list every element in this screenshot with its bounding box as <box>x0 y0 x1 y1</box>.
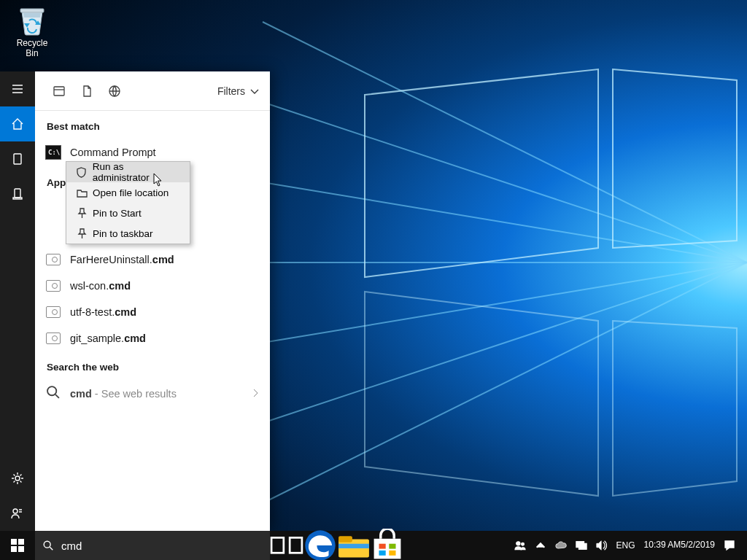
filters-label: Filters <box>217 85 245 97</box>
tray-onedrive-icon[interactable] <box>551 531 571 560</box>
gear-file-icon <box>45 304 61 320</box>
svg-point-5 <box>13 509 18 513</box>
tray-clock[interactable]: 10:39 AM 5/2/2019 <box>640 531 719 560</box>
svg-rect-18 <box>338 536 352 542</box>
tray-action-center-icon[interactable] <box>719 531 740 560</box>
svg-rect-0 <box>20 9 44 12</box>
tray-people-icon[interactable] <box>510 531 530 560</box>
cm-pin-to-taskbar[interactable]: Pin to taskbar <box>66 223 190 244</box>
svg-rect-9 <box>11 539 17 545</box>
cursor-icon <box>153 173 163 190</box>
rail-documents-button[interactable] <box>0 176 35 211</box>
recycle-bin-icon <box>17 4 47 36</box>
svg-rect-12 <box>18 546 24 552</box>
search-scope-row: Filters <box>35 71 270 111</box>
result-web-cmd[interactable]: cmd - See web results <box>35 378 270 409</box>
folder-icon <box>74 187 90 198</box>
svg-rect-15 <box>290 538 302 553</box>
search-icon <box>42 540 54 551</box>
gear-file-icon <box>45 330 61 346</box>
tray-date: 5/2/2019 <box>681 540 715 551</box>
cmd-icon: C:\ <box>45 144 61 160</box>
rail-expand-button[interactable] <box>0 71 35 106</box>
recycle-bin[interactable]: Recycle Bin <box>10 4 54 58</box>
context-menu: Run as administrator Open file location … <box>66 161 190 244</box>
svg-rect-23 <box>379 551 386 556</box>
system-tray: ENG 10:39 AM 5/2/2019 <box>510 531 747 560</box>
gear-file-icon <box>45 252 61 268</box>
svg-point-13 <box>44 541 50 548</box>
taskbar-app-edge[interactable] <box>303 531 337 560</box>
result-app-gitsample[interactable]: git_sample.cmd <box>35 325 270 351</box>
filters-button[interactable]: Filters <box>217 85 260 97</box>
result-label: Command Prompt <box>70 147 156 158</box>
taskbar-app-store[interactable] <box>371 531 404 560</box>
tray-volume-icon[interactable] <box>592 531 612 560</box>
svg-rect-2 <box>15 189 20 198</box>
result-app-wslcon[interactable]: wsl-con.cmd <box>35 273 270 299</box>
scope-apps-button[interactable] <box>45 77 73 106</box>
search-icon <box>45 384 61 403</box>
recycle-bin-label: Recycle Bin <box>17 38 48 58</box>
shield-icon <box>74 167 90 178</box>
cm-run-as-admin[interactable]: Run as administrator <box>66 162 190 182</box>
search-rail <box>0 71 35 531</box>
svg-point-4 <box>15 476 20 481</box>
scope-web-button[interactable] <box>101 77 128 106</box>
svg-rect-19 <box>338 544 369 548</box>
svg-rect-10 <box>18 539 24 545</box>
svg-rect-6 <box>54 87 64 96</box>
chevron-right-icon <box>251 387 260 400</box>
result-app-farhere[interactable]: FarHereUninstall.cmd <box>35 246 270 273</box>
pin-icon <box>74 208 90 219</box>
search-results: Filters Best match C:\ Command Prompt Ap… <box>35 71 270 531</box>
taskbar: ENG 10:39 AM 5/2/2019 <box>0 531 747 560</box>
svg-point-26 <box>521 542 524 545</box>
svg-rect-22 <box>389 544 395 549</box>
best-match-header: Best match <box>35 111 270 138</box>
svg-rect-21 <box>379 544 386 549</box>
task-view-button[interactable] <box>270 531 303 560</box>
cm-open-file-location[interactable]: Open file location <box>66 182 190 203</box>
rail-apps-button[interactable] <box>0 141 35 176</box>
rail-settings-button[interactable] <box>0 461 35 496</box>
tray-time: 10:39 AM <box>644 540 681 551</box>
rail-home-button[interactable] <box>0 106 35 141</box>
pin-icon <box>74 228 90 239</box>
svg-rect-11 <box>11 546 17 552</box>
start-button[interactable] <box>0 531 35 560</box>
scope-documents-button[interactable] <box>73 77 101 106</box>
svg-rect-3 <box>13 198 22 199</box>
svg-point-25 <box>516 542 519 545</box>
result-app-utf8[interactable]: utf-8-test.cmd <box>35 299 270 325</box>
cm-pin-to-start[interactable]: Pin to Start <box>66 203 190 223</box>
taskbar-search-box[interactable] <box>35 531 270 560</box>
svg-rect-1 <box>14 154 21 164</box>
taskbar-search-input[interactable] <box>61 540 263 552</box>
taskbar-app-explorer[interactable] <box>337 531 371 560</box>
web-header: Search the web <box>35 351 270 378</box>
svg-rect-14 <box>271 538 284 553</box>
svg-rect-28 <box>578 543 587 549</box>
chevron-down-icon <box>249 86 260 96</box>
tray-language[interactable]: ENG <box>612 531 640 560</box>
svg-point-8 <box>47 386 56 395</box>
tray-overflow-icon[interactable] <box>530 531 551 560</box>
tray-network-icon[interactable] <box>571 531 592 560</box>
svg-rect-24 <box>389 551 395 556</box>
rail-feedback-button[interactable] <box>0 496 35 531</box>
gear-file-icon <box>45 278 61 294</box>
svg-rect-20 <box>374 539 401 559</box>
search-panel: Filters Best match C:\ Command Prompt Ap… <box>0 71 270 531</box>
